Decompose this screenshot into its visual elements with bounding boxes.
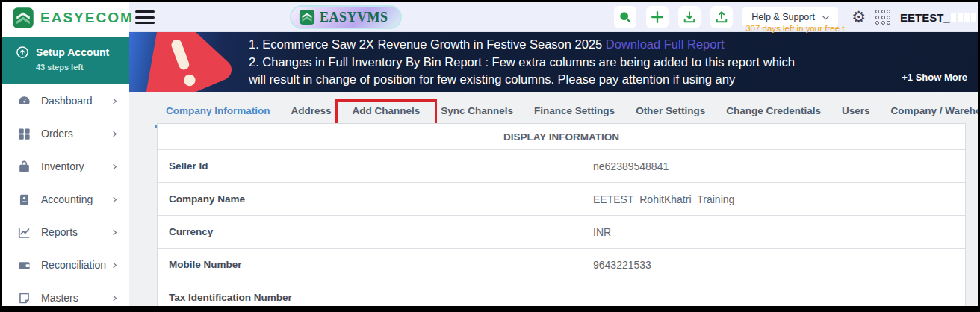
add-button[interactable] (646, 6, 669, 28)
warning-triangle-icon (140, 32, 235, 92)
export-button[interactable] (710, 6, 733, 28)
table-row: Currency INR (158, 215, 965, 248)
sidebar-item-inventory[interactable]: Inventory (2, 150, 129, 183)
download-icon (683, 10, 696, 24)
row-label: Seller Id (169, 160, 593, 172)
sidebar-item-label: Masters (41, 292, 111, 304)
row-label: Tax Identification Number (169, 292, 593, 303)
username-text: EETEST_ (900, 11, 950, 24)
banner-line-1-text: 1. Ecommerce Saw 2X Revenue Growth in Fe… (249, 37, 606, 51)
tab-add-channels-label: Add Channels (353, 105, 421, 116)
easyvms-badge[interactable]: EASYVMS (290, 5, 402, 29)
hamburger-menu-icon[interactable] (135, 10, 155, 24)
chevron-right-icon (111, 261, 119, 269)
inventory-icon (17, 160, 31, 174)
sidebar: EASYECOM Setup Account 43 steps left Das… (2, 2, 129, 306)
reconciliation-icon (17, 258, 31, 272)
banner-line-1: 1. Ecommerce Saw 2X Revenue Growth in Fe… (249, 36, 846, 54)
chevron-right-icon (111, 228, 119, 237)
sidebar-menu: Dashboard Orders Inventory (2, 84, 129, 306)
search-icon (618, 10, 632, 24)
row-value: 9643221533 (593, 259, 651, 271)
sidebar-item-dashboard[interactable]: Dashboard (2, 84, 129, 117)
help-support-wrap: Help & Support 307 days left in your fre… (742, 2, 842, 32)
table-row: Mobile Number 9643221533 (158, 248, 965, 281)
sidebar-item-label: Inventory (41, 160, 111, 172)
section-title: DISPLAY INFORMATION (158, 124, 965, 149)
chevron-down-icon (821, 13, 831, 22)
settings-tabbar: Company Information Address Add Channels… (129, 92, 978, 128)
row-label: Mobile Number (169, 259, 593, 270)
masters-icon (17, 291, 31, 305)
chevron-right-icon (111, 130, 119, 138)
topbar-actions: Help & Support 307 days left in your fre… (614, 2, 978, 32)
account-menu[interactable]: EETEST_ (900, 11, 978, 24)
row-value: EETEST_RohitKhatri_Training (593, 193, 734, 205)
download-full-report-link[interactable]: Download Full Report (606, 37, 725, 51)
upload-icon (715, 10, 728, 24)
help-support-label: Help & Support (751, 12, 815, 22)
dashboard-icon (17, 94, 31, 108)
chevron-right-icon (111, 163, 119, 171)
display-information-card: DISPLAY INFORMATION Seller Id ne62389548… (157, 123, 966, 306)
row-value: ne62389548841 (593, 160, 669, 172)
plus-icon (651, 10, 664, 24)
easyecom-shield-icon (12, 7, 34, 29)
chevron-right-icon (111, 294, 119, 302)
chevron-right-icon (111, 196, 119, 204)
sidebar-item-label: Dashboard (41, 95, 111, 107)
brand-name: EASYECOM (40, 10, 134, 26)
row-value: INR (593, 226, 611, 238)
setup-account-label: Setup Account (36, 46, 109, 58)
gear-icon[interactable] (852, 10, 866, 25)
row-label: Currency (169, 226, 593, 237)
sidebar-item-label: Reports (41, 226, 111, 238)
banner-line-3: will result in change of position for fe… (249, 71, 846, 89)
table-row: Company Name EETEST_RohitKhatri_Training (158, 182, 965, 215)
reports-icon (17, 225, 31, 240)
easyvms-shield-icon (299, 9, 315, 25)
apps-grid-icon[interactable] (875, 10, 890, 25)
show-more-button[interactable]: +1 Show More (902, 72, 967, 83)
sidebar-item-label: Reconciliation (41, 259, 111, 271)
main-content: Company Information Address Add Channels… (129, 92, 978, 306)
sidebar-item-orders[interactable]: Orders (2, 117, 129, 150)
sidebar-item-reconciliation[interactable]: Reconciliation (2, 249, 129, 281)
screenshot-frame: EASYECOM Setup Account 43 steps left Das… (0, 0, 980, 312)
table-row: Seller Id ne62389548841 (158, 149, 965, 182)
username-redacted-smudge (951, 13, 978, 22)
setup-account-block[interactable]: Setup Account 43 steps left (2, 37, 129, 84)
trial-days-note: 307 days left in your free trial (745, 24, 845, 33)
topbar: EASYVMS Help & Support 307 days left in … (129, 2, 978, 32)
sidebar-item-accounting[interactable]: Accounting (2, 183, 129, 216)
import-button[interactable] (678, 6, 701, 28)
table-row: Tax Identification Number (158, 281, 965, 306)
notification-banner: 1. Ecommerce Saw 2X Revenue Growth in Fe… (129, 32, 978, 92)
sidebar-item-masters[interactable]: Masters (2, 281, 129, 306)
row-label: Company Name (169, 193, 593, 205)
sidebar-item-label: Accounting (41, 193, 111, 205)
setup-steps-left: 43 steps left (36, 63, 129, 72)
chevron-right-icon (111, 97, 119, 105)
app-window: EASYECOM Setup Account 43 steps left Das… (2, 2, 978, 306)
circle-up-arrow-icon (16, 46, 29, 59)
orders-icon (17, 127, 31, 141)
sidebar-item-label: Orders (41, 128, 111, 140)
easyvms-label: EASYVMS (320, 10, 388, 25)
search-button[interactable] (614, 6, 636, 28)
banner-line-2: 2. Changes in Full Inventory By Bin Repo… (249, 54, 846, 72)
accounting-icon (17, 193, 31, 207)
brand-logo[interactable]: EASYECOM (2, 2, 129, 34)
banner-text: 1. Ecommerce Saw 2X Revenue Growth in Fe… (249, 36, 846, 89)
sidebar-item-reports[interactable]: Reports (2, 216, 129, 249)
